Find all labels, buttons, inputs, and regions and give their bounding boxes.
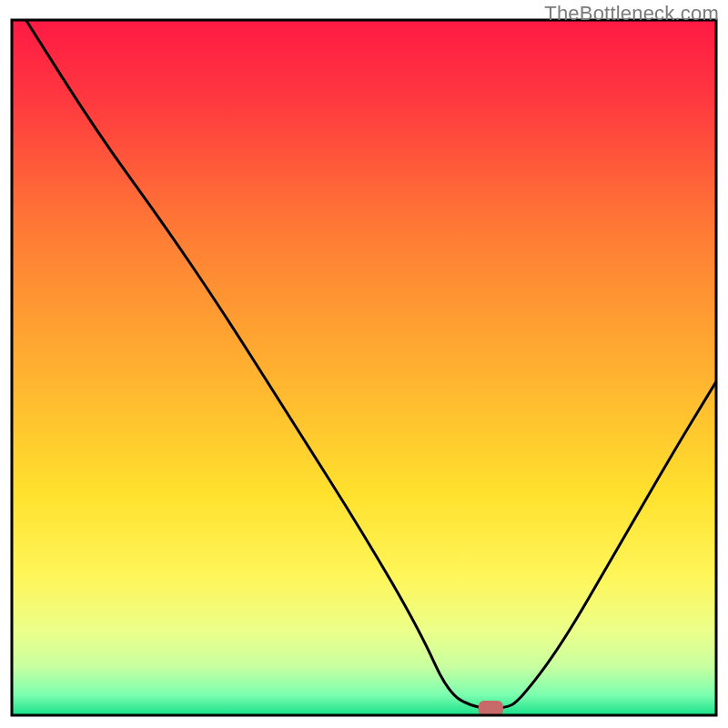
optimal-marker [479,701,503,716]
plot-area [12,20,716,716]
gradient-background [12,20,716,715]
bottleneck-chart [0,0,728,728]
chart-container: TheBottleneck.com [0,0,728,728]
watermark-label: TheBottleneck.com [544,2,719,25]
